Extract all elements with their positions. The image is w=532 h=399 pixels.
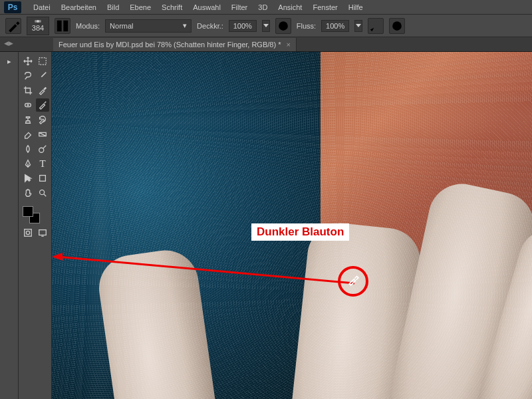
document-tab-strip: Feuer und Eis by MDI.psd bei 78% (Schatt…	[0, 37, 532, 52]
menu-layer[interactable]: Ebene	[124, 3, 156, 11]
tool-preset-picker[interactable]	[5, 18, 21, 34]
rail-handle-icon[interactable]: ▸	[3, 55, 16, 68]
history-brush-tool[interactable]	[36, 113, 49, 126]
brush-dots-icon	[37, 20, 39, 23]
menu-type[interactable]: Schrift	[156, 3, 188, 11]
healing-brush-tool[interactable]	[21, 98, 35, 112]
tab-collapse-handle[interactable]: ◀▶	[4, 40, 11, 47]
foreground-color-swatch[interactable]	[23, 206, 33, 217]
menu-select[interactable]: Auswahl	[188, 3, 226, 11]
menu-image[interactable]: Bild	[102, 3, 124, 11]
svg-rect-8	[40, 176, 46, 182]
svg-point-11	[26, 231, 29, 234]
canvas-area[interactable]: Dunkler Blauton	[52, 52, 532, 399]
menu-view[interactable]: Ansicht	[273, 3, 307, 11]
brush-size-value: 384	[32, 24, 44, 32]
brush-tool[interactable]	[36, 98, 49, 112]
opacity-label: Deckkr.:	[197, 22, 223, 30]
hand-tool[interactable]	[21, 186, 35, 200]
menu-filter[interactable]: Filter	[226, 3, 253, 11]
opacity-slider-toggle[interactable]	[262, 20, 270, 32]
airbrush-toggle[interactable]	[368, 18, 384, 34]
zoom-tool[interactable]	[36, 186, 49, 200]
left-mini-rail: ▸	[0, 52, 19, 399]
svg-rect-10	[25, 229, 32, 237]
type-tool[interactable]: T	[36, 157, 49, 170]
annotation-label: Dunkler Blauton	[251, 223, 349, 241]
document-tab-title: Feuer und Eis by MDI.psd bei 78% (Schatt…	[59, 41, 281, 49]
blend-mode-select[interactable]: Normal ▾	[105, 19, 192, 33]
document-tab[interactable]: Feuer und Eis by MDI.psd bei 78% (Schatt…	[53, 38, 297, 51]
eraser-tool[interactable]	[21, 128, 35, 141]
pressure-opacity-toggle[interactable]	[275, 18, 291, 34]
app-logo: Ps	[4, 1, 21, 13]
quickmask-toggle[interactable]	[21, 226, 35, 239]
mode-label: Modus:	[76, 22, 100, 30]
menu-edit[interactable]: Bearbeiten	[56, 3, 102, 11]
menu-window[interactable]: Fenster	[307, 3, 342, 11]
flow-label: Fluss:	[297, 22, 316, 30]
flow-slider-toggle[interactable]	[354, 20, 362, 32]
opacity-input[interactable]: 100%	[229, 20, 257, 32]
eyedropper-cursor-icon	[347, 274, 359, 286]
menu-file[interactable]: Datei	[28, 3, 56, 11]
svg-rect-4	[39, 58, 47, 65]
marquee-tool[interactable]	[36, 55, 49, 68]
options-bar: 384 Modus: Normal ▾ Deckkr.: 100% Fluss:…	[0, 15, 532, 37]
svg-rect-12	[39, 230, 47, 235]
pressure-size-toggle[interactable]	[389, 18, 405, 34]
pen-tool[interactable]	[21, 157, 35, 170]
magic-wand-tool[interactable]	[36, 69, 49, 82]
brush-preset-picker[interactable]: 384	[27, 17, 49, 35]
menu-bar: Ps Datei Bearbeiten Bild Ebene Schrift A…	[0, 0, 532, 15]
svg-point-7	[39, 148, 44, 152]
close-tab-button[interactable]: ×	[286, 41, 290, 49]
chevron-down-icon: ▾	[183, 21, 187, 30]
clone-stamp-tool[interactable]	[21, 113, 35, 126]
move-tool[interactable]	[21, 55, 35, 68]
brush-panel-toggle[interactable]	[55, 18, 70, 34]
lasso-tool[interactable]	[21, 69, 35, 82]
color-swatches	[21, 205, 49, 225]
menu-3d[interactable]: 3D	[253, 3, 273, 11]
flow-input[interactable]: 100%	[321, 20, 349, 32]
svg-rect-0	[57, 20, 62, 31]
blend-mode-value: Normal	[110, 22, 133, 30]
dodge-tool[interactable]	[36, 142, 49, 156]
crop-tool[interactable]	[21, 84, 35, 97]
path-select-tool[interactable]	[21, 172, 35, 185]
svg-point-9	[40, 190, 45, 195]
svg-point-3	[392, 21, 402, 31]
tools-panel: T	[19, 52, 52, 399]
eyedropper-tool[interactable]	[36, 84, 49, 97]
shape-tool[interactable]	[36, 172, 49, 185]
gradient-tool[interactable]	[36, 128, 49, 141]
blur-tool[interactable]	[21, 142, 35, 156]
screenmode-toggle[interactable]	[36, 226, 49, 239]
svg-rect-1	[63, 20, 68, 31]
menu-help[interactable]: Hilfe	[343, 3, 368, 11]
